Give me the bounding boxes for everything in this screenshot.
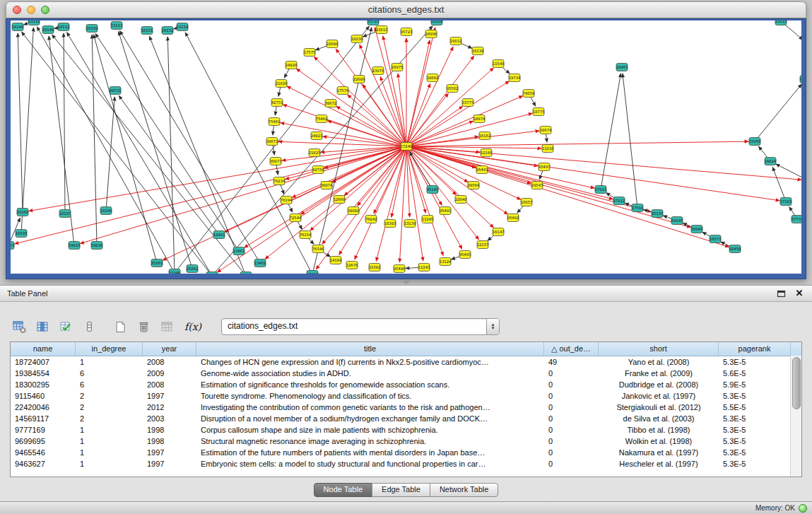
table-row[interactable]: 969969511998Structural magnetic resonanc… xyxy=(11,436,801,447)
scrollbar-thumb[interactable] xyxy=(792,357,801,409)
graph-node-label: 23978 xyxy=(372,69,384,73)
graph-node-label: 25262 xyxy=(187,267,199,271)
graph-node-label: 16024 xyxy=(765,159,777,163)
graph-node-label: 83777 xyxy=(462,100,474,105)
table-row[interactable]: 1456911722003Disruption of a novel membe… xyxy=(11,413,801,424)
table-cell: 18724007 xyxy=(11,356,76,368)
table-cell: Disruption of a novel member of a sodium… xyxy=(196,413,544,424)
close-window-button[interactable] xyxy=(13,6,21,14)
graph-node-label: 67912 xyxy=(613,199,625,203)
table-cell: 19384554 xyxy=(11,368,76,379)
column-header[interactable]: pagerank xyxy=(719,342,791,356)
graph-node-label: 76234 xyxy=(273,179,286,183)
table-cell: 5.3E-5 xyxy=(719,458,791,469)
float-panel-button[interactable] xyxy=(775,288,787,299)
table-row[interactable]: 1830029562008Estimation of significance … xyxy=(11,379,801,390)
graph-node-label: 72544 xyxy=(290,216,302,220)
vertical-scrollbar[interactable] xyxy=(790,356,801,477)
table-cell: 1 xyxy=(76,356,143,368)
column-header[interactable]: in_degree xyxy=(76,342,143,356)
memory-status-label: Memory: OK xyxy=(755,504,795,512)
table-cell: Estimation of significance thresholds fo… xyxy=(196,379,544,390)
graph-node-label: 16153 xyxy=(11,243,14,247)
network-graph[interactable]: 1724095723238131823022608175752402021826… xyxy=(11,21,801,274)
graph-node-label: 95491 xyxy=(440,209,452,213)
column-header[interactable]: name xyxy=(11,342,76,356)
rename-column-button[interactable] xyxy=(80,317,98,336)
graph-node-label: 20531 xyxy=(110,88,122,93)
table-cell: 2012 xyxy=(143,402,196,413)
graph-node-label: 21825 xyxy=(309,151,321,155)
delete-table-button[interactable] xyxy=(134,317,153,336)
table-row[interactable]: 1872400712008Changes of HCN gene express… xyxy=(11,356,801,368)
graph-node-label: 11243 xyxy=(418,265,430,269)
tab-network-table[interactable]: Network Table xyxy=(430,483,499,497)
column-header[interactable]: year xyxy=(143,342,196,356)
graph-node-label: 59016 xyxy=(91,243,103,247)
table-cell: 0 xyxy=(544,458,599,469)
graph-node-label: 17591 xyxy=(632,206,644,210)
table-cell: 1998 xyxy=(143,436,196,447)
graph-node-label: 18957 xyxy=(521,200,533,204)
graph-node-label: 13114 xyxy=(177,25,189,29)
table-row[interactable]: 2242004622012Investigating the contribut… xyxy=(11,402,801,413)
table-cell: Stergiakouli et al. (2012) xyxy=(599,402,719,413)
delete-table-icon xyxy=(137,320,151,334)
table-row[interactable]: 977716911998Corpus callosum shape and si… xyxy=(11,424,801,436)
minimize-window-button[interactable] xyxy=(27,6,35,14)
memory-indicator-icon[interactable] xyxy=(799,504,807,513)
show-columns-button[interactable] xyxy=(33,317,52,336)
network-canvas[interactable]: 1724095723238131823022608175752402021826… xyxy=(11,21,801,274)
table-mode-button[interactable] xyxy=(10,317,28,336)
new-table-button[interactable] xyxy=(111,317,129,336)
table-selector-stepper-icon[interactable]: ▲▼ xyxy=(486,319,499,334)
table-row[interactable]: 1938455462009Genome-wide association stu… xyxy=(11,368,801,379)
tab-node-table[interactable]: Node Table xyxy=(314,483,372,497)
graph-node-label: 13139 xyxy=(404,221,416,226)
graph-node-label: 16147 xyxy=(493,230,505,234)
table-cell: 1997 xyxy=(143,390,196,402)
graph-node-label: 19812 xyxy=(450,39,462,43)
column-header[interactable]: title xyxy=(196,342,544,356)
table-row[interactable]: 911546021997Tourette syndrome. Phenomeno… xyxy=(11,390,801,402)
zoom-window-button[interactable] xyxy=(41,6,49,14)
table-cell: 49 xyxy=(544,356,599,368)
column-header[interactable]: △ out_de… xyxy=(544,342,599,356)
show-columns-icon xyxy=(36,320,49,334)
graph-node-label: 12157 xyxy=(477,243,489,247)
table-cell: 9463627 xyxy=(11,458,76,469)
graph-node-label: 16487 xyxy=(616,65,628,69)
window-titlebar[interactable]: citations_edges.txt xyxy=(6,1,806,18)
graph-node-label: 10974 xyxy=(473,117,486,121)
table-cell: de Silva et al. (2003) xyxy=(599,413,719,424)
table-cell: 5.3E-5 xyxy=(719,356,791,368)
graph-node-label: 42750 xyxy=(312,168,324,172)
table-row[interactable]: 946362711997Embryonic stem cells: a mode… xyxy=(11,458,801,469)
table-selector[interactable]: citations_edges.txt ▲▼ xyxy=(221,318,500,335)
create-column-button[interactable] xyxy=(57,317,75,336)
table-cell: 0 xyxy=(544,424,599,436)
table-cell: 9777169 xyxy=(11,424,76,436)
table-cell: 0 xyxy=(544,436,599,447)
table-cell: 2003 xyxy=(143,413,196,424)
table-panel: Table Panel ✕ xyxy=(0,285,812,502)
graph-node-label: 75461 xyxy=(269,119,281,124)
table-cell: Yano et al. (2008) xyxy=(599,356,719,368)
close-panel-button[interactable]: ✕ xyxy=(794,288,805,299)
import-table-button[interactable] xyxy=(158,317,176,336)
graph-node-label: 95497 xyxy=(539,165,551,169)
graph-node-label: 16996 xyxy=(425,32,437,36)
import-table-icon xyxy=(160,320,174,334)
table-row[interactable]: 946554611997Estimation of the future num… xyxy=(11,447,801,458)
table-cell: 1 xyxy=(76,424,143,436)
table-cell: 0 xyxy=(544,368,599,379)
float-window-icon xyxy=(777,289,786,298)
function-builder-button[interactable]: f(x) xyxy=(181,317,205,336)
column-header[interactable]: short xyxy=(599,342,719,356)
panel-splitter[interactable] xyxy=(0,279,812,285)
graph-node-label: 95134 xyxy=(307,272,319,274)
graph-node-label: 11245 xyxy=(422,217,434,221)
table-cell: Franke et al. (2009) xyxy=(599,368,719,379)
tab-edge-table[interactable]: Edge Table xyxy=(372,483,430,497)
graph-node-label: 17240 xyxy=(401,144,413,148)
